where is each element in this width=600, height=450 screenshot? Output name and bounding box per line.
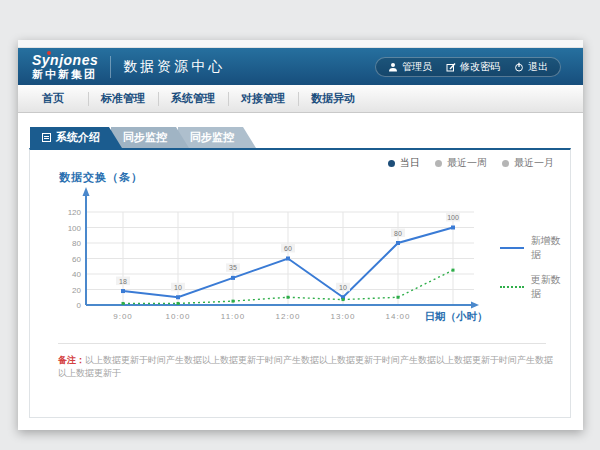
nav-item[interactable]: 标准管理	[88, 85, 158, 112]
range-option[interactable]: 最近一周	[435, 156, 487, 170]
app-header: Synjones 新中新集团 数据资源中心 管理员修改密码退出	[18, 48, 583, 85]
line-chart: 0204060801001209:0010:0011:0012:0013:001…	[59, 185, 507, 335]
nav-item[interactable]: 数据异动	[298, 85, 368, 112]
content-area: 系统介绍同步监控同步监控 当日最近一周最近一月 数据交换（条） 02040608…	[18, 113, 583, 430]
svg-text:10: 10	[339, 284, 347, 291]
footnote-label: 备注：	[58, 355, 85, 365]
user-menu-power[interactable]: 退出	[514, 60, 548, 74]
svg-text:14:00: 14:00	[385, 312, 410, 321]
svg-text:9:00: 9:00	[113, 312, 133, 321]
main-nav: 首页标准管理系统管理对接管理数据异动	[18, 85, 583, 113]
svg-text:10:00: 10:00	[165, 312, 190, 321]
app-window: Synjones 新中新集团 数据资源中心 管理员修改密码退出 首页标准管理系统…	[18, 40, 583, 430]
svg-text:0: 0	[77, 301, 82, 310]
chart-legend: 新增数据更新数据	[500, 234, 570, 301]
svg-text:35: 35	[229, 264, 237, 271]
header-divider	[110, 56, 111, 78]
logo-wordmark: Synjones	[32, 53, 98, 67]
y-axis-title: 数据交换（条）	[59, 170, 143, 185]
tab-inactive[interactable]: 同步监控	[178, 127, 256, 148]
svg-text:12:00: 12:00	[275, 312, 300, 321]
svg-text:80: 80	[72, 239, 81, 248]
svg-text:100: 100	[68, 224, 82, 233]
user-menu: 管理员修改密码退出	[375, 57, 561, 77]
footnote-text: 以上数据更新于时间产生数据以上数据更新于时间产生数据以上数据更新于时间产生数据以…	[58, 355, 553, 378]
nav-item[interactable]: 首页	[18, 85, 88, 112]
svg-text:日期（小时）: 日期（小时）	[425, 310, 488, 323]
logo-company-name: 新中新集团	[32, 69, 98, 80]
logo-dot-accent	[47, 51, 51, 55]
footnote: 备注：以上数据更新于时间产生数据以上数据更新于时间产生数据以上数据更新于时间产生…	[58, 354, 558, 380]
svg-text:18: 18	[119, 278, 127, 285]
time-range-filter: 当日最近一周最近一月	[388, 156, 554, 170]
svg-text:60: 60	[284, 245, 292, 252]
svg-text:100: 100	[447, 214, 459, 221]
tab-inactive[interactable]: 同步监控	[111, 127, 189, 148]
svg-text:13:00: 13:00	[330, 312, 355, 321]
brand-logo: Synjones 新中新集团	[32, 53, 98, 80]
legend-line-sample	[500, 247, 524, 249]
chart-panel: 当日最近一周最近一月 数据交换（条） 0204060801001209:0010…	[29, 148, 571, 418]
page-top-strip	[18, 40, 583, 48]
svg-text:20: 20	[72, 286, 81, 295]
svg-text:11:00: 11:00	[221, 312, 245, 321]
document-icon	[42, 133, 51, 142]
svg-text:60: 60	[72, 255, 81, 264]
range-option[interactable]: 当日	[388, 156, 420, 170]
radio-dot	[388, 160, 395, 167]
tab-bar: 系统介绍同步监控同步监控	[30, 127, 245, 148]
svg-text:40: 40	[72, 270, 81, 279]
edit-icon	[446, 62, 456, 72]
power-icon	[514, 62, 524, 72]
legend-item[interactable]: 新增数据	[500, 234, 570, 262]
user-menu-user[interactable]: 管理员	[388, 60, 432, 74]
svg-text:10: 10	[174, 284, 182, 291]
radio-dot	[435, 160, 442, 167]
svg-text:80: 80	[394, 230, 402, 237]
section-divider	[58, 343, 546, 344]
tab-active[interactable]: 系统介绍	[30, 127, 122, 148]
legend-line-sample	[500, 286, 524, 288]
user-menu-edit[interactable]: 修改密码	[446, 60, 500, 74]
page-title: 数据资源中心	[123, 58, 225, 76]
nav-item[interactable]: 对接管理	[228, 85, 298, 112]
range-option[interactable]: 最近一月	[502, 156, 554, 170]
nav-item[interactable]: 系统管理	[158, 85, 228, 112]
legend-item[interactable]: 更新数据	[500, 273, 570, 301]
radio-dot	[502, 160, 509, 167]
user-icon	[388, 62, 398, 72]
svg-text:120: 120	[68, 208, 82, 217]
